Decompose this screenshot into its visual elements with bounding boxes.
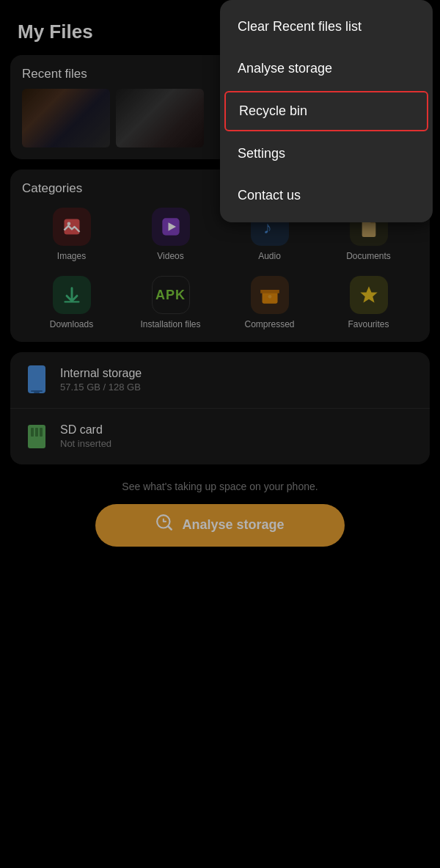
categories-grid: Images Videos ♪ Audio: [22, 208, 418, 330]
images-label: Images: [57, 251, 86, 261]
svg-marker-6: [360, 287, 377, 303]
thumb-img-1: [22, 89, 110, 147]
internal-storage-info: Internal storage 57.15 GB / 128 GB: [60, 367, 142, 393]
svg-rect-8: [31, 390, 43, 392]
analyse-section: See what's taking up space on your phone…: [10, 475, 430, 547]
storage-section: Internal storage 57.15 GB / 128 GB SD ca…: [10, 352, 430, 464]
svg-rect-13: [40, 428, 43, 437]
sdcard-name: SD card: [60, 423, 111, 437]
audio-label: Audio: [258, 251, 281, 261]
svg-rect-12: [35, 428, 38, 437]
category-favourites[interactable]: Favourites: [319, 276, 418, 329]
documents-label: Documents: [346, 251, 391, 261]
dropdown-menu: Clear Recent files list Analyse storage …: [220, 0, 433, 222]
internal-storage-icon: [23, 364, 50, 396]
category-videos[interactable]: Videos: [121, 208, 220, 261]
compressed-icon: [251, 276, 289, 314]
category-compressed[interactable]: Compressed: [220, 276, 319, 329]
videos-label: Videos: [157, 251, 183, 261]
internal-storage-sub: 57.15 GB / 128 GB: [60, 382, 142, 393]
svg-rect-11: [31, 428, 34, 437]
menu-contact-us-label: Contact us: [238, 188, 301, 203]
menu-analyse-storage[interactable]: Analyse storage: [220, 48, 433, 90]
downloads-icon: [53, 276, 91, 314]
analyse-icon: [155, 514, 175, 537]
sdcard-item[interactable]: SD card Not inserted: [10, 408, 430, 464]
menu-settings[interactable]: Settings: [220, 133, 433, 175]
menu-clear-recent[interactable]: Clear Recent files list: [220, 6, 433, 48]
category-downloads[interactable]: Downloads: [22, 276, 121, 329]
menu-clear-recent-label: Clear Recent files list: [238, 19, 362, 34]
analyse-btn-label: Analyse storage: [182, 517, 284, 533]
menu-analyse-storage-label: Analyse storage: [238, 61, 332, 76]
favourites-label: Favourites: [348, 319, 389, 329]
category-apk[interactable]: APK Installation files: [121, 276, 220, 329]
videos-icon: [152, 208, 190, 246]
apk-text: APK: [155, 288, 186, 303]
apk-label: Installation files: [140, 319, 200, 329]
images-icon: [53, 208, 91, 246]
downloads-label: Downloads: [50, 319, 93, 329]
menu-recycle-bin[interactable]: Recycle bin: [224, 91, 428, 131]
sdcard-info: SD card Not inserted: [60, 423, 111, 449]
menu-settings-label: Settings: [238, 146, 285, 161]
menu-contact-us[interactable]: Contact us: [220, 175, 433, 216]
svg-rect-9: [34, 392, 40, 393]
sdcard-sub: Not inserted: [60, 438, 111, 449]
favourites-icon: [350, 276, 388, 314]
internal-storage-name: Internal storage: [60, 367, 142, 380]
svg-point-1: [67, 222, 70, 226]
analyse-hint: See what's taking up space on your phone…: [122, 481, 318, 492]
svg-point-5: [268, 295, 271, 299]
apk-icon: APK: [152, 276, 190, 314]
analyse-storage-button[interactable]: Analyse storage: [95, 504, 345, 547]
menu-recycle-bin-label: Recycle bin: [239, 103, 307, 118]
sdcard-icon: [23, 420, 50, 453]
category-images[interactable]: Images: [22, 208, 121, 261]
thumbnail-2[interactable]: [116, 89, 204, 147]
internal-storage-item[interactable]: Internal storage 57.15 GB / 128 GB: [10, 352, 430, 408]
compressed-label: Compressed: [244, 319, 294, 329]
thumbnail-1[interactable]: [22, 89, 110, 147]
thumb-img-2: [116, 89, 204, 147]
svg-rect-7: [28, 365, 45, 393]
